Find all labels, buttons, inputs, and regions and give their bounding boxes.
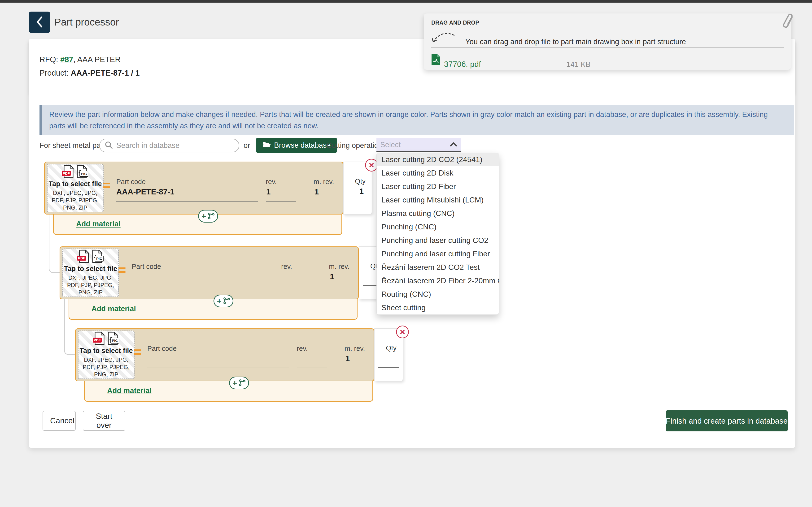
- drop-arc-icon: [430, 27, 459, 46]
- equals-sign: =: [103, 177, 111, 193]
- add-material-link[interactable]: Add material: [107, 387, 152, 395]
- drag-drop-panel: DRAG AND DROP You can drag and drop file…: [424, 13, 791, 70]
- select-placeholder: Select: [380, 140, 401, 149]
- part-card-main: PDF PIC Tap to select file DXF, JPEG, JP…: [75, 328, 374, 381]
- product-label: Product:: [40, 68, 68, 77]
- dropdown-option[interactable]: Punching and laser cutting Fiber: [377, 247, 499, 261]
- rfq-line: RFQ: #87, AAA PETER: [40, 55, 120, 64]
- pic-file-icon: PIC: [77, 165, 87, 178]
- tap-to-select-label: Tap to select file: [48, 180, 102, 188]
- folder-open-icon: [262, 141, 271, 150]
- attachment-file-name[interactable]: 37706. pdf: [444, 60, 481, 69]
- pic-file-icon: PIC: [92, 250, 103, 263]
- plus-icon: +: [201, 212, 206, 220]
- product-line: Product: AAA-PETE-87-1 / 1: [40, 68, 140, 77]
- plus-icon: +: [233, 379, 237, 387]
- file-type-icons: PDF PIC: [63, 165, 87, 178]
- mrev-value: 1: [346, 354, 350, 363]
- part-code-label: Part code: [116, 178, 146, 186]
- file-dropzone[interactable]: PDF PIC Tap to select file DXF, JPEG, JP…: [62, 248, 119, 297]
- remove-part-button[interactable]: ✕: [396, 326, 409, 338]
- notice-banner: Review the part information below and ma…: [40, 105, 794, 135]
- browse-database-label: Browse database: [274, 141, 331, 150]
- dropdown-option[interactable]: Laser cutting 2D Disk: [377, 166, 499, 180]
- add-material-link[interactable]: Add material: [92, 304, 136, 313]
- tap-to-select-label: Tap to select file: [64, 265, 117, 273]
- dropdown-option[interactable]: Řezání laserem 2D CO2 Test: [377, 261, 499, 274]
- search-box[interactable]: [99, 139, 239, 152]
- qty-label: Qty: [355, 177, 365, 185]
- part-processor-screen: Part processor RFQ: #87, AAA PETER Produ…: [0, 0, 812, 507]
- drag-drop-kicker: DRAG AND DROP: [431, 19, 479, 26]
- add-subpart-button[interactable]: +: [213, 295, 234, 307]
- rev-label: rev.: [266, 178, 277, 186]
- dropdown-option[interactable]: Sheet cutting: [377, 301, 499, 315]
- search-icon: [104, 141, 113, 150]
- pdf-attachment-icon: [431, 53, 441, 67]
- dropdown-option[interactable]: Laser cutting Mitsubishi (LCM): [377, 193, 499, 207]
- close-icon: ✕: [399, 328, 405, 336]
- rev-underline: [281, 286, 311, 286]
- mrev-label: m. rev.: [345, 345, 365, 352]
- branch-icon: [208, 212, 215, 220]
- mrev-label: m. rev.: [329, 263, 349, 271]
- cancel-button[interactable]: Cancel: [43, 411, 76, 431]
- qty-underline: [378, 367, 399, 368]
- or-label: or: [244, 141, 250, 150]
- part-card-main: PDF PIC Tap to select file DXF, JPEG, JP…: [60, 246, 359, 299]
- product-value: AAA-PETE-87-1 / 1: [71, 68, 140, 77]
- file-row-divider: [606, 53, 606, 70]
- part-code-underline: [132, 286, 273, 286]
- pdf-file-icon: PDF: [63, 165, 74, 178]
- part-code-value[interactable]: AAA-PETE-87-1: [116, 187, 174, 196]
- file-dropzone[interactable]: PDF PIC Tap to select file DXF, JPEG, JP…: [47, 164, 104, 212]
- add-subpart-button[interactable]: +: [198, 210, 218, 223]
- back-button[interactable]: [29, 12, 50, 33]
- rfq-rest: , AAA PETER: [73, 55, 120, 64]
- dropdown-option[interactable]: Řezání laserem 2D Fiber 2-20mm Ocel: [377, 274, 499, 287]
- dropdown-option[interactable]: Laser cutting 2D CO2 (24541): [377, 153, 499, 166]
- dropdown-option[interactable]: Punching and laser cutting CO2: [377, 234, 499, 247]
- accepted-formats: DXF, JPEG, JPG, PDF, PJP, PJPEG, PNG, ZI…: [48, 189, 103, 212]
- dropdown-option[interactable]: Routing (CNC): [377, 287, 499, 301]
- qty-value[interactable]: 1: [359, 187, 364, 196]
- chevron-left-icon: [36, 16, 44, 29]
- rfq-link[interactable]: #87: [60, 55, 73, 64]
- rev-value[interactable]: 1: [266, 187, 270, 196]
- branch-icon: [223, 297, 230, 305]
- chevron-up-icon: [450, 142, 457, 148]
- rfq-label: RFQ:: [40, 55, 58, 64]
- pdf-file-icon: PDF: [79, 250, 89, 263]
- remove-part-button[interactable]: ✕: [365, 159, 378, 172]
- dropdown-option[interactable]: Laser cutting 2D Fiber: [377, 180, 499, 193]
- cutting-operation-label: Cutting operation:: [326, 141, 385, 150]
- start-over-button[interactable]: Start over: [83, 411, 125, 431]
- pdf-file-icon: PDF: [94, 332, 105, 345]
- attachment-file-size: 141 KB: [562, 60, 591, 69]
- page-title: Part processor: [54, 16, 119, 28]
- file-type-icons: PDF PIC: [94, 332, 118, 345]
- part-code-label: Part code: [132, 263, 161, 271]
- finish-create-parts-button[interactable]: Finish and create parts in database: [666, 410, 788, 432]
- part-card: PDF PIC Tap to select file DXF, JPEG, JP…: [75, 328, 478, 402]
- browse-database-button[interactable]: Browse database: [256, 138, 337, 153]
- search-input[interactable]: [116, 141, 234, 150]
- mrev-value: 1: [314, 187, 319, 196]
- tap-to-select-label: Tap to select file: [80, 347, 133, 355]
- add-subpart-button[interactable]: +: [229, 377, 249, 389]
- part-code-underline: [147, 368, 289, 368]
- dropdown-option[interactable]: Plasma cutting (CNC): [377, 207, 499, 220]
- plus-icon: +: [217, 297, 221, 305]
- browser-top-strip: [0, 0, 812, 3]
- pic-file-icon: PIC: [107, 332, 118, 345]
- add-material-link[interactable]: Add material: [76, 220, 120, 228]
- rev-underline: [297, 368, 327, 368]
- file-dropzone[interactable]: PDF PIC Tap to select file DXF, JPEG, JP…: [78, 331, 135, 379]
- mrev-label: m. rev.: [313, 178, 334, 186]
- dropdown-option[interactable]: Punching (CNC): [377, 220, 499, 234]
- paperclip-icon[interactable]: [783, 14, 796, 30]
- cutting-operation-dropdown: Laser cutting 2D CO2 (24541) Laser cutti…: [376, 153, 499, 315]
- cutting-operation-select[interactable]: Select: [376, 138, 461, 152]
- part-card-main: PDF PIC Tap to select file DXF, JPEG, JP…: [44, 162, 343, 215]
- rev-underline: [266, 201, 296, 202]
